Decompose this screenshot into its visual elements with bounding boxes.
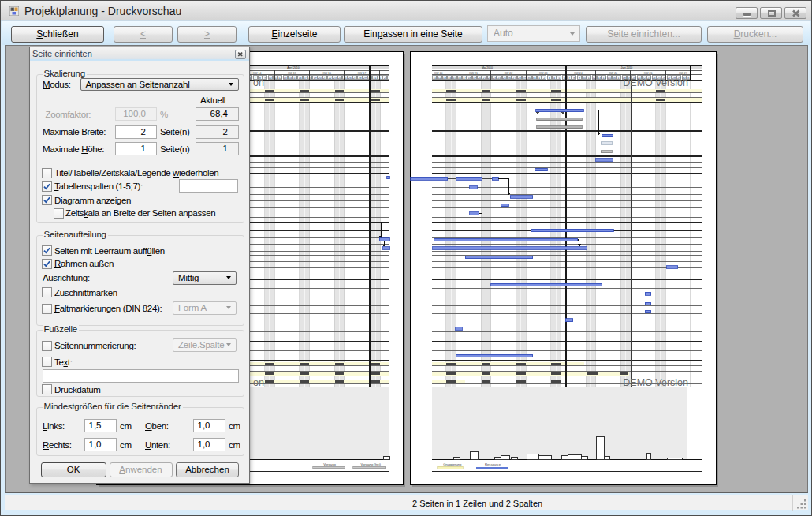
svg-text:Mai 2010: Mai 2010 <box>482 66 493 69</box>
svg-text:19: 19 <box>473 77 476 80</box>
svg-text:28: 28 <box>518 77 521 80</box>
svg-text:21: 21 <box>323 77 326 80</box>
svg-text:KW 20: KW 20 <box>434 72 443 75</box>
svg-text:14: 14 <box>448 77 451 80</box>
svg-text:16: 16 <box>298 77 301 80</box>
svg-text:KW 21: KW 21 <box>469 72 478 75</box>
svg-text:Ressource: Ressource <box>485 462 501 466</box>
svg-text:13: 13 <box>283 77 286 80</box>
svg-text:30: 30 <box>527 77 531 80</box>
svg-text:on: on <box>253 377 264 388</box>
svg-text:11: 11 <box>587 77 590 80</box>
svg-text:on: on <box>253 77 264 88</box>
svg-text:KW 17: KW 17 <box>358 72 367 75</box>
svg-text:27: 27 <box>353 77 356 80</box>
svg-text:10: 10 <box>583 77 586 80</box>
svg-text:26: 26 <box>348 77 352 80</box>
svg-text:31: 31 <box>533 77 536 80</box>
svg-text:17: 17 <box>617 77 620 80</box>
svg-text:31: 31 <box>373 77 376 80</box>
svg-text:19: 19 <box>313 77 316 80</box>
svg-text:18: 18 <box>308 77 311 80</box>
svg-text:7: 7 <box>568 77 570 80</box>
svg-text:Gruppierung: Gruppierung <box>443 462 462 466</box>
svg-text:KW 22: KW 22 <box>505 72 513 75</box>
svg-text:DEMO Version: DEMO Version <box>623 77 688 88</box>
svg-text:11: 11 <box>274 77 277 80</box>
svg-text:21: 21 <box>482 77 486 80</box>
svg-text:8: 8 <box>573 77 575 80</box>
svg-text:KW 27: KW 27 <box>679 72 687 75</box>
svg-text:1: 1 <box>538 77 540 80</box>
svg-text:KW 16: KW 16 <box>322 72 331 75</box>
svg-text:3: 3 <box>549 77 550 80</box>
svg-text:6: 6 <box>564 77 565 80</box>
svg-text:27: 27 <box>512 77 516 80</box>
svg-text:Vorgang (frei): Vorgang (frei) <box>361 462 382 466</box>
svg-text:15: 15 <box>608 77 611 80</box>
svg-text:9: 9 <box>264 77 266 80</box>
svg-text:Vorgang: Vorgang <box>323 462 336 466</box>
svg-text:11: 11 <box>433 77 436 80</box>
svg-text:12: 12 <box>438 77 441 80</box>
svg-text:16: 16 <box>458 77 461 80</box>
svg-text:KW 14: KW 14 <box>253 72 262 75</box>
svg-text:28: 28 <box>358 77 361 80</box>
svg-text:Juni 2010: Juni 2010 <box>620 66 632 69</box>
svg-text:DEMO Version: DEMO Version <box>623 377 688 388</box>
svg-text:2: 2 <box>384 77 386 80</box>
svg-text:24: 24 <box>497 77 501 80</box>
svg-text:25: 25 <box>503 77 506 80</box>
svg-text:13: 13 <box>443 77 446 80</box>
svg-text:26: 26 <box>508 77 511 80</box>
svg-text:24: 24 <box>338 77 341 80</box>
svg-text:22: 22 <box>328 77 331 80</box>
svg-text:23: 23 <box>333 77 337 80</box>
svg-text:4: 4 <box>553 77 555 80</box>
svg-text:25: 25 <box>343 77 346 80</box>
svg-text:20: 20 <box>318 77 322 80</box>
svg-text:20: 20 <box>478 77 481 80</box>
svg-text:5: 5 <box>558 77 560 80</box>
svg-text:18: 18 <box>467 77 471 80</box>
svg-text:17: 17 <box>463 77 466 80</box>
svg-text:KW 25: KW 25 <box>609 72 618 75</box>
svg-text:10: 10 <box>268 77 271 80</box>
svg-text:15: 15 <box>293 77 296 80</box>
svg-text:12: 12 <box>278 77 281 80</box>
svg-text:23: 23 <box>493 77 496 80</box>
svg-text:KW 23: KW 23 <box>539 72 548 75</box>
svg-text:April 2010: April 2010 <box>287 66 299 69</box>
svg-text:KW 24: KW 24 <box>574 72 583 75</box>
svg-text:2: 2 <box>543 77 545 80</box>
svg-text:17: 17 <box>304 77 307 80</box>
svg-text:13: 13 <box>598 77 601 80</box>
svg-text:14: 14 <box>602 77 605 80</box>
svg-text:29: 29 <box>363 77 367 80</box>
svg-text:9: 9 <box>579 77 580 80</box>
svg-text:16: 16 <box>613 77 616 80</box>
svg-text:KW 26: KW 26 <box>644 72 653 75</box>
svg-text:KW 15: KW 15 <box>288 72 296 75</box>
svg-text:14: 14 <box>289 77 292 80</box>
